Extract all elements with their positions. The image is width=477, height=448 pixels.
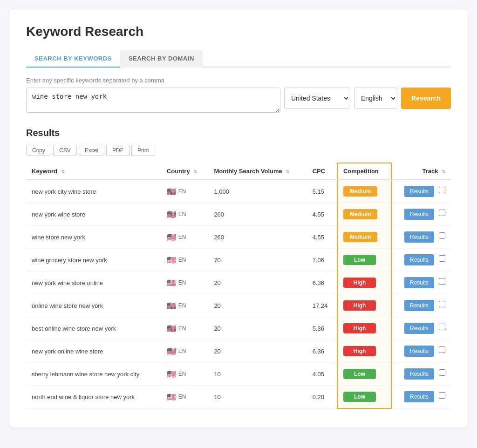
results-link-button[interactable]: Results	[404, 323, 434, 334]
lang-code: EN	[178, 211, 186, 217]
col-keyword: Keyword ⇅	[26, 163, 161, 180]
flag-icon: 🇺🇸	[167, 256, 176, 265]
cpc-cell: 4.05	[307, 363, 337, 386]
volume-cell: 70	[208, 249, 307, 272]
track-checkbox[interactable]	[439, 369, 445, 376]
track-checkbox[interactable]	[439, 278, 445, 285]
competition-cell: Low	[337, 249, 391, 272]
track-checkbox[interactable]	[439, 187, 445, 193]
competition-cell: Low	[337, 363, 391, 386]
table-row: online wine store new york🇺🇸EN2017.24Hig…	[26, 294, 451, 317]
track-checkbox[interactable]	[439, 232, 445, 239]
keyword-cell: north end wine & liquor store new york	[26, 386, 161, 408]
lang-code: EN	[178, 348, 186, 354]
tab-keywords[interactable]: SEARCH BY KEYWORDS	[26, 50, 120, 68]
export-pdf-button[interactable]: PDF	[106, 145, 129, 156]
results-link-button[interactable]: Results	[404, 231, 434, 243]
competition-cell: High	[337, 340, 391, 363]
competition-badge: Low	[343, 392, 376, 402]
volume-cell: 260	[208, 226, 307, 249]
cpc-cell: 6.36	[307, 340, 337, 363]
competition-badge: High	[343, 278, 376, 288]
results-link-button[interactable]: Results	[404, 277, 434, 288]
keyword-cell: new york wine store online	[26, 272, 161, 294]
export-print-button[interactable]: Print	[131, 145, 155, 156]
table-wrapper: Keyword ⇅ Country ⇅ Monthly Search Volum…	[26, 163, 451, 409]
lang-code: EN	[178, 302, 186, 309]
results-link-button[interactable]: Results	[404, 186, 434, 197]
track-checkbox[interactable]	[439, 346, 445, 353]
results-link-button[interactable]: Results	[404, 209, 434, 220]
track-checkbox[interactable]	[439, 392, 445, 399]
country-cell: 🇺🇸EN	[161, 363, 209, 386]
table-row: north end wine & liquor store new york🇺🇸…	[26, 386, 451, 408]
sort-country-icon[interactable]: ⇅	[193, 169, 197, 174]
country-cell: 🇺🇸EN	[161, 294, 209, 317]
country-select[interactable]: United States United Kingdom Canada Aust…	[284, 88, 350, 109]
track-checkbox[interactable]	[439, 301, 445, 307]
table-row: wine grocery store new york🇺🇸EN707.06Low…	[26, 249, 451, 272]
results-link-button[interactable]: Results	[404, 368, 434, 380]
keyword-cell: wine grocery store new york	[26, 249, 161, 272]
research-button[interactable]: Research	[401, 88, 451, 109]
export-csv-button[interactable]: CSV	[53, 145, 77, 156]
competition-cell: High	[337, 317, 391, 340]
col-track: Track ⇅	[391, 163, 451, 180]
cpc-cell: 7.06	[307, 249, 337, 272]
flag-icon: 🇺🇸	[167, 233, 176, 242]
export-excel-button[interactable]: Excel	[79, 145, 104, 156]
keyword-cell: online wine store new york	[26, 294, 161, 317]
cpc-cell: 4.55	[307, 226, 337, 249]
lang-code: EN	[178, 394, 186, 400]
cpc-cell: 6.36	[307, 272, 337, 294]
flag-icon: 🇺🇸	[167, 187, 176, 196]
tab-domain[interactable]: SEARCH BY DOMAIN	[120, 50, 203, 68]
competition-badge: Low	[343, 255, 376, 265]
flag-icon: 🇺🇸	[167, 301, 176, 310]
results-link-button[interactable]: Results	[404, 300, 434, 311]
competition-cell: Medium	[337, 226, 391, 249]
country-cell: 🇺🇸EN	[161, 249, 209, 272]
country-cell: 🇺🇸EN	[161, 203, 209, 226]
volume-cell: 10	[208, 363, 307, 386]
table-row: new york wine store🇺🇸EN2604.55MediumResu…	[26, 203, 451, 226]
competition-badge: High	[343, 346, 376, 356]
track-checkbox[interactable]	[439, 210, 445, 216]
competition-cell: High	[337, 272, 391, 294]
sort-track-icon[interactable]: ⇅	[442, 169, 445, 174]
results-link-button[interactable]: Results	[404, 346, 434, 357]
competition-badge: High	[343, 323, 376, 333]
lang-code: EN	[178, 188, 186, 195]
keyword-cell: new york city wine store	[26, 180, 161, 203]
search-label: Enter any specific keywords separated by…	[26, 77, 451, 84]
competition-badge: Medium	[343, 186, 377, 197]
results-link-button[interactable]: Results	[404, 254, 434, 265]
page-container: Keyword Research SEARCH BY KEYWORDS SEAR…	[9, 9, 468, 428]
results-link-button[interactable]: Results	[404, 391, 434, 402]
lang-code: EN	[178, 279, 186, 286]
competition-cell: Medium	[337, 180, 391, 203]
table-row: sherry lehmann wine store new york city🇺…	[26, 363, 451, 386]
results-cell: Results	[391, 363, 451, 386]
results-cell: Results	[391, 272, 451, 294]
cpc-cell: 5.15	[307, 180, 337, 203]
competition-cell: Low	[337, 386, 391, 408]
country-cell: 🇺🇸EN	[161, 272, 209, 294]
track-checkbox[interactable]	[439, 324, 445, 330]
keyword-input[interactable]: wine store new york	[26, 88, 280, 113]
volume-cell: 20	[208, 340, 307, 363]
track-checkbox[interactable]	[439, 255, 445, 262]
table-row: best online wine store new york🇺🇸EN205.3…	[26, 317, 451, 340]
results-cell: Results	[391, 294, 451, 317]
table-row: new york online wine store🇺🇸EN206.36High…	[26, 340, 451, 363]
sort-volume-icon[interactable]: ⇅	[286, 169, 289, 174]
table-row: wine store new york🇺🇸EN2604.55MediumResu…	[26, 226, 451, 249]
language-select[interactable]: English Spanish French German	[354, 88, 397, 109]
export-copy-button[interactable]: Copy	[26, 145, 51, 156]
competition-badge: Medium	[343, 232, 377, 242]
sort-keyword-icon[interactable]: ⇅	[61, 169, 65, 174]
country-cell: 🇺🇸EN	[161, 226, 209, 249]
table-row: new york city wine store🇺🇸EN1,0005.15Med…	[26, 180, 451, 203]
page-title: Keyword Research	[26, 24, 451, 39]
lang-code: EN	[178, 325, 186, 332]
